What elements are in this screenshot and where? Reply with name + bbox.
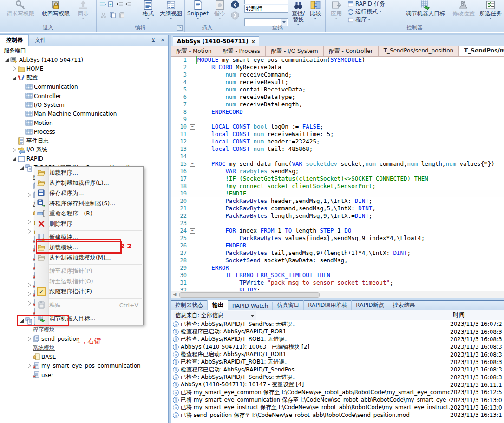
dialog-launcher-icon[interactable]: ↘	[177, 25, 183, 31]
copy-icon[interactable]	[109, 12, 116, 19]
expand-icon[interactable]	[26, 228, 33, 234]
message-source-dropdown[interactable]: 信息来自: 全部信息	[173, 311, 256, 320]
back-icon[interactable]	[231, 0, 239, 9]
tree-item[interactable]: Process	[0, 128, 168, 137]
tree-item[interactable]: Controller	[0, 91, 168, 100]
selected-tasks-button[interactable]: 所选任务	[478, 0, 503, 20]
fold-collapse-icon[interactable]: −	[190, 273, 195, 278]
output-tab[interactable]: 搜索结果	[388, 300, 419, 311]
snippet-button[interactable]: Snippet	[186, 0, 210, 20]
code-line[interactable]: 11 local CONST num receiveWaitTime:=5;	[171, 130, 504, 138]
code-line[interactable]: 20 PackRawBytes header,sendMsg,1,\IntX:=…	[171, 197, 504, 205]
code-line[interactable]: 7 num receiveDataLength;	[171, 101, 504, 108]
code-line[interactable]: 30− IF ERRNO=ERR_SOCK_TIMEOUT THEN	[171, 272, 504, 279]
menu-item[interactable]: 保存程序为...	[35, 188, 143, 198]
output-tab[interactable]: RAPID调用堆栈	[304, 300, 352, 311]
output-message-row[interactable]: 检查程序已启动: AbbSys/RAPID/T_SendPos2023/11/3…	[171, 366, 504, 373]
fold-collapse-icon[interactable]: −	[190, 228, 195, 234]
code-line[interactable]: 29 ERROR	[171, 264, 504, 272]
tree-item[interactable]: 服务端口	[0, 46, 168, 55]
output-tab[interactable]: 控制器状态	[171, 300, 208, 311]
search-combo-top[interactable]	[244, 0, 288, 4]
collapse-icon[interactable]	[4, 57, 10, 63]
panel-menu-icon[interactable]: ⊻	[150, 37, 157, 44]
expand-icon[interactable]	[26, 300, 33, 306]
code-line[interactable]: 18 !my_connect_socket clientSocket,Senso…	[171, 182, 504, 190]
module-tab[interactable]: 配置 - I/O System	[266, 46, 324, 56]
tree-item[interactable]: Man-Machine Communication	[0, 110, 168, 118]
tree-item[interactable]: user	[0, 371, 168, 379]
code-line[interactable]: 25 PackRawBytes values{index},sendMsg,9+…	[171, 234, 504, 242]
compare-button[interactable]: 比较	[307, 0, 324, 20]
output-message-row[interactable]: 已将 my_smart_eye_common 保存至 I:\CodeNew\se…	[171, 389, 504, 396]
menu-item[interactable]: 重命名程序...(R)	[35, 208, 143, 219]
output-message-row[interactable]: 已将 my_smart_eye_instruct 保存至 I:\CodeNew\…	[171, 404, 504, 411]
expand-icon[interactable]	[26, 291, 33, 297]
code-line[interactable]: 5 num contailReceiveData;	[171, 86, 504, 93]
code-line[interactable]: 26 ENDFOR	[171, 242, 504, 249]
code-line[interactable]: 1MODULE my_smart_eye_pos_communication(S…	[171, 56, 504, 64]
code-line[interactable]: 6 num receiveDataType;	[171, 93, 504, 101]
code-line[interactable]: 10− LOCAL CONST bool logOn := FALSE;	[171, 123, 504, 130]
output-message-row[interactable]: 已将 my_smart_eye_communication 保存至 I:\Cod…	[171, 396, 504, 403]
expand-icon[interactable]	[26, 363, 33, 369]
tree-item[interactable]: HOME	[0, 65, 168, 73]
menu-item[interactable]: 删除程序	[35, 219, 143, 229]
indent-right-icon[interactable]	[117, 1, 124, 8]
code-line[interactable]: 14	[171, 153, 504, 160]
format-doc-icon[interactable]	[107, 1, 114, 8]
menu-item[interactable]: 从控制器加载模块(M)...	[35, 253, 143, 263]
code-line[interactable]: 9	[171, 116, 504, 123]
output-message-row[interactable]: 已检查: AbbSys/RAPID/T_SendPos: 无错误。2023/11…	[171, 320, 504, 328]
revoke-write-access-button[interactable]: 收回写权限	[39, 0, 72, 17]
code-line[interactable]: 8 ENDRECORD	[171, 108, 504, 116]
goto-line-input[interactable]	[244, 5, 288, 13]
rapid-task-button[interactable]: RAPID 任务	[347, 0, 385, 8]
output-message-row[interactable]: 已将 send_position 保存至 I:\CodeNew\se_robot…	[171, 411, 504, 419]
fold-collapse-icon[interactable]: −	[190, 65, 195, 70]
code-line[interactable]: 32 RETRY;	[171, 286, 504, 291]
menu-item[interactable]: ✓跟随程序指针(F)	[35, 286, 143, 297]
code-line[interactable]: 13 local CONST num tail:=485868;	[171, 145, 504, 153]
code-line[interactable]: 27 PackRawBytes tail,sendMsg,9+(length+1…	[171, 249, 504, 257]
close-icon[interactable]: x	[252, 39, 255, 45]
expand-icon[interactable]	[26, 219, 33, 225]
output-message-row[interactable]: 已检查: AbbSys/RAPID/T_ROB1: 无错误。2023/11/3 …	[171, 358, 504, 366]
module-tab[interactable]: 配置 - Controller	[324, 46, 379, 56]
tree-item[interactable]: Motion	[0, 118, 168, 127]
adjust-robtarget-button[interactable]: 调节机器人目标	[402, 0, 449, 17]
tree-item[interactable]: my_smart_eye_pos_communication	[0, 362, 168, 371]
document-tab[interactable]: AbbSys (1410-504711) x	[173, 36, 259, 46]
tab-controller[interactable]: 控制器	[0, 34, 29, 46]
code-line[interactable]: 3 num receiveCommand;	[171, 71, 504, 78]
code-line[interactable]: 28 SocketSend socket\RawData:=sendMsg;	[171, 257, 504, 264]
module-tab[interactable]: 配置 - Process	[217, 46, 266, 56]
outline-view-button[interactable]: 大纲视图	[158, 0, 183, 20]
tree-item[interactable]: RAPID	[0, 155, 168, 163]
decrease-indent-icon[interactable]	[99, 1, 106, 8]
find-replace-button[interactable]: 查找/替换	[289, 0, 308, 26]
output-message-row[interactable]: 已检查: AbbSys/RAPID/T_ROB1: 无错误。2023/11/3 …	[171, 336, 504, 343]
code-line[interactable]: 23	[171, 220, 504, 227]
output-message-row[interactable]: 检查程序已启动: AbbSys/RAPID/T_ROB12023/11/3 16…	[171, 351, 504, 358]
code-line[interactable]: 12 local CONST num header:=232425;	[171, 138, 504, 145]
fold-collapse-icon[interactable]: −	[190, 124, 195, 130]
code-line[interactable]: 22 PackRawBytes length,sendMsg,9,\IntX:=…	[171, 212, 504, 220]
menu-item[interactable]: 将程序保存到控制器(S)...	[35, 198, 143, 208]
collapse-icon[interactable]	[11, 75, 18, 81]
tree-item[interactable]: Communication	[0, 83, 168, 91]
indent-left-icon[interactable]	[125, 1, 132, 8]
expand-icon[interactable]	[11, 147, 18, 153]
tree-item[interactable]: 配置	[0, 73, 168, 82]
menu-item[interactable]: 加载程序...	[35, 168, 143, 178]
output-tab[interactable]: 输出	[208, 300, 228, 311]
code-line[interactable]: 16 VAR rawbytes sendMsg;	[171, 168, 504, 175]
module-tab[interactable]: T_SendPos/send_position	[379, 46, 459, 56]
collapse-icon[interactable]	[11, 156, 18, 162]
collapse-icon[interactable]	[19, 165, 25, 171]
expand-icon[interactable]	[26, 336, 33, 342]
output-tab[interactable]: 仿真窗口	[273, 300, 304, 311]
tab-files[interactable]: 文件	[29, 34, 52, 46]
run-mode-button[interactable]: 运行模式	[347, 8, 385, 16]
tree-item[interactable]: BASE	[0, 352, 168, 361]
